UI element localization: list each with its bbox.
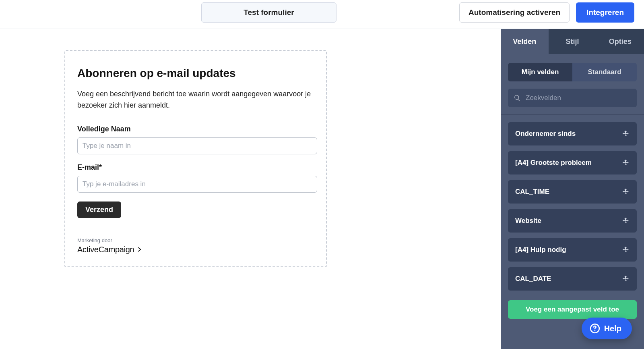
- search-icon: [514, 94, 521, 102]
- field-label-fullname: Volledige Naam: [77, 125, 314, 133]
- submit-button[interactable]: Verzend: [77, 202, 121, 218]
- marketing-by-block: Marketing door ActiveCampaign: [77, 237, 314, 254]
- tab-style[interactable]: Stijl: [549, 29, 597, 54]
- brand-activecampaign[interactable]: ActiveCampaign: [77, 245, 314, 254]
- move-icon: [622, 275, 630, 283]
- form-card[interactable]: Abonneren op e-mail updates Voeg een bes…: [64, 50, 327, 267]
- tab-options[interactable]: Opties: [596, 29, 644, 54]
- field-item-label: CAL_TIME: [515, 188, 549, 196]
- field-source-segment: Mijn velden Standaard: [508, 63, 637, 81]
- form-canvas: Abonneren op e-mail updates Voeg een bes…: [0, 29, 501, 349]
- marketing-by-label: Marketing door: [77, 237, 314, 243]
- move-icon: [622, 159, 630, 166]
- add-custom-field-button[interactable]: Voeg een aangepast veld toe: [508, 300, 637, 319]
- brand-text: ActiveCampaign: [77, 245, 134, 254]
- form-title[interactable]: Abonneren op e-mail updates: [77, 67, 314, 80]
- topbar-right-actions: Automatisering activeren Integreren: [459, 2, 634, 23]
- move-icon: [622, 130, 630, 137]
- form-description[interactable]: Voeg een beschrijvend bericht toe waarin…: [77, 89, 314, 111]
- field-item[interactable]: [A4] Grootste probleem: [508, 151, 637, 174]
- tab-fields[interactable]: Velden: [501, 29, 549, 54]
- field-item-label: Ondernemer sinds: [515, 130, 576, 138]
- integrate-button[interactable]: Integreren: [576, 2, 634, 23]
- chevron-right-icon: [136, 247, 142, 252]
- help-button[interactable]: Help: [582, 318, 632, 339]
- field-item-label: CAL_DATE: [515, 275, 551, 283]
- field-item-label: Website: [515, 217, 541, 225]
- field-item-label: [A4] Hulp nodig: [515, 246, 566, 254]
- sidebar: Velden Stijl Opties Mijn velden Standaar…: [501, 29, 644, 349]
- move-icon: [622, 188, 630, 195]
- divider: [501, 114, 644, 115]
- segment-my-fields[interactable]: Mijn velden: [508, 63, 572, 81]
- help-icon: [590, 323, 600, 334]
- search-field-wrap: [508, 89, 637, 107]
- sidebar-panel: Mijn velden Standaard: [501, 54, 644, 122]
- test-form-button[interactable]: Test formulier: [201, 2, 336, 23]
- move-icon: [622, 246, 630, 253]
- field-fullname[interactable]: Volledige Naam: [77, 125, 314, 154]
- field-item[interactable]: [A4] Hulp nodig: [508, 238, 637, 262]
- field-item[interactable]: Website: [508, 209, 637, 233]
- move-icon: [622, 217, 630, 224]
- field-item[interactable]: Ondernemer sinds: [508, 122, 637, 145]
- segment-standard[interactable]: Standaard: [572, 63, 637, 81]
- field-email[interactable]: E-mail*: [77, 163, 314, 193]
- sidebar-tabs: Velden Stijl Opties: [501, 29, 644, 54]
- search-fields-input[interactable]: [508, 89, 637, 107]
- topbar: Test formulier Automatisering activeren …: [0, 0, 644, 29]
- available-fields-list: Ondernemer sinds [A4] Grootste probleem …: [501, 122, 644, 291]
- activate-automation-button[interactable]: Automatisering activeren: [459, 2, 570, 23]
- email-input[interactable]: [77, 176, 317, 193]
- field-label-email: E-mail*: [77, 163, 314, 172]
- fullname-input[interactable]: [77, 137, 317, 154]
- svg-point-1: [594, 330, 595, 331]
- field-item-label: [A4] Grootste probleem: [515, 159, 592, 167]
- help-label: Help: [604, 324, 621, 333]
- field-item[interactable]: CAL_DATE: [508, 267, 637, 291]
- field-item[interactable]: CAL_TIME: [508, 180, 637, 204]
